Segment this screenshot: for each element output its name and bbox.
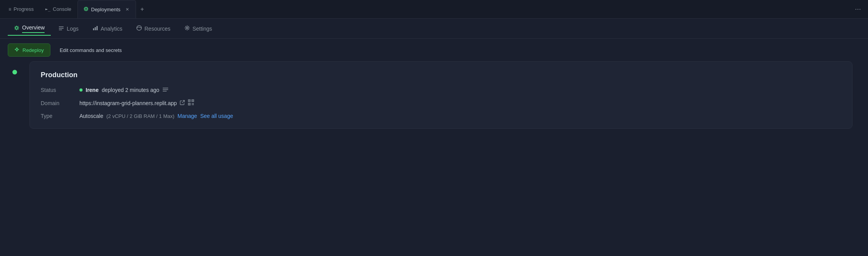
- analytics-nav-icon: [93, 25, 98, 32]
- nav-overview-label: Overview: [22, 24, 45, 33]
- status-label: Status: [41, 87, 79, 93]
- status-user: Irene: [86, 87, 98, 93]
- production-title: Production: [41, 71, 841, 79]
- nav-resources-label: Resources: [145, 26, 170, 32]
- nav-bar: Overview Logs Analytics: [0, 19, 868, 39]
- production-card: Production Status Irene deployed 2 minut…: [29, 61, 852, 129]
- svg-line-16: [17, 26, 18, 27]
- main-area: Production Status Irene deployed 2 minut…: [0, 61, 868, 137]
- resources-nav-icon: [136, 25, 142, 32]
- timeline-area: [8, 61, 22, 74]
- manage-link[interactable]: Manage: [177, 113, 197, 119]
- domain-link[interactable]: https://instagram-grid-planners.replit.a…: [79, 100, 177, 106]
- svg-line-6: [87, 10, 88, 10]
- type-detail: (2 vCPU / 2 GiB RAM / 1 Max): [106, 113, 174, 119]
- more-options-button[interactable]: ⋯: [852, 4, 865, 14]
- tab-console[interactable]: ►_ Console: [40, 0, 77, 18]
- svg-rect-41: [193, 103, 194, 104]
- svg-point-0: [85, 8, 87, 10]
- edit-commands-label: Edit commands and secrets: [60, 47, 122, 53]
- tab-add-icon: +: [140, 6, 144, 13]
- external-link-icon[interactable]: [180, 100, 185, 106]
- svg-line-15: [17, 29, 18, 29]
- svg-rect-22: [95, 27, 96, 30]
- domain-label: Domain: [41, 100, 79, 106]
- status-indicator: [79, 88, 83, 92]
- tab-progress-label: Progress: [14, 6, 34, 12]
- svg-rect-40: [192, 103, 193, 104]
- nav-item-settings[interactable]: Settings: [178, 22, 219, 36]
- type-row: Type Autoscale (2 vCPU / 2 GiB RAM / 1 M…: [41, 113, 841, 119]
- console-icon: ►_: [45, 7, 50, 12]
- svg-rect-39: [189, 104, 190, 105]
- tab-add-button[interactable]: +: [137, 4, 148, 15]
- tab-progress[interactable]: ≡ Progress: [3, 0, 39, 18]
- type-value: Autoscale (2 vCPU / 2 GiB RAM / 1 Max) M…: [79, 113, 233, 119]
- nav-analytics-label: Analytics: [101, 26, 122, 32]
- info-grid: Status Irene deployed 2 minutes ago: [41, 87, 841, 119]
- svg-rect-43: [193, 104, 194, 105]
- redeploy-button[interactable]: Redeploy: [8, 43, 50, 57]
- svg-line-17: [15, 29, 16, 29]
- svg-point-24: [186, 27, 188, 29]
- tab-deployments-close[interactable]: ✕: [124, 7, 130, 12]
- nav-item-resources[interactable]: Resources: [130, 22, 177, 36]
- svg-rect-42: [192, 104, 193, 105]
- qr-code-icon[interactable]: [188, 99, 194, 107]
- toolbar: Redeploy Edit commands and secrets: [0, 39, 868, 61]
- settings-nav-icon: [184, 25, 190, 32]
- tab-deployments-label: Deployments: [91, 7, 121, 12]
- status-menu-icon[interactable]: [162, 87, 169, 93]
- status-value: Irene deployed 2 minutes ago: [79, 87, 169, 93]
- nav-item-overview[interactable]: Overview: [8, 22, 51, 36]
- svg-point-25: [16, 48, 18, 50]
- svg-line-5: [84, 7, 85, 8]
- edit-commands-button[interactable]: Edit commands and secrets: [55, 44, 126, 56]
- tab-bar: ≡ Progress ►_ Console Dep: [0, 0, 868, 19]
- svg-rect-23: [96, 26, 98, 30]
- more-options-icon: ⋯: [855, 6, 862, 12]
- nav-item-analytics[interactable]: Analytics: [86, 22, 129, 36]
- svg-line-14: [15, 26, 16, 27]
- svg-line-33: [182, 100, 184, 103]
- svg-point-9: [16, 27, 18, 29]
- svg-rect-35: [189, 100, 190, 101]
- domain-row: Domain https://instagram-grid-planners.r…: [41, 99, 841, 107]
- type-name: Autoscale: [79, 113, 103, 119]
- redeploy-label: Redeploy: [22, 47, 44, 53]
- nav-item-logs[interactable]: Logs: [52, 22, 84, 36]
- svg-line-7: [87, 7, 88, 8]
- deployments-tab-icon: [83, 6, 89, 13]
- tab-deployments[interactable]: Deployments ✕: [78, 0, 136, 18]
- logs-nav-icon: [59, 26, 64, 32]
- tab-console-label: Console: [53, 6, 71, 12]
- domain-value: https://instagram-grid-planners.replit.a…: [79, 99, 194, 107]
- nav-settings-label: Settings: [193, 26, 212, 32]
- svg-rect-37: [193, 100, 193, 101]
- type-label: Type: [41, 113, 79, 119]
- overview-nav-icon: [14, 25, 19, 32]
- production-section: Production Status Irene deployed 2 minut…: [22, 61, 860, 137]
- progress-icon: ≡: [9, 7, 11, 12]
- usage-link[interactable]: See all usage: [200, 113, 233, 119]
- nav-logs-label: Logs: [67, 26, 78, 32]
- svg-rect-21: [93, 28, 94, 30]
- redeploy-icon: [14, 47, 19, 53]
- status-row: Status Irene deployed 2 minutes ago: [41, 87, 841, 93]
- svg-line-8: [84, 10, 85, 10]
- timeline-dot: [12, 70, 17, 74]
- status-action: deployed 2 minutes ago: [102, 87, 159, 93]
